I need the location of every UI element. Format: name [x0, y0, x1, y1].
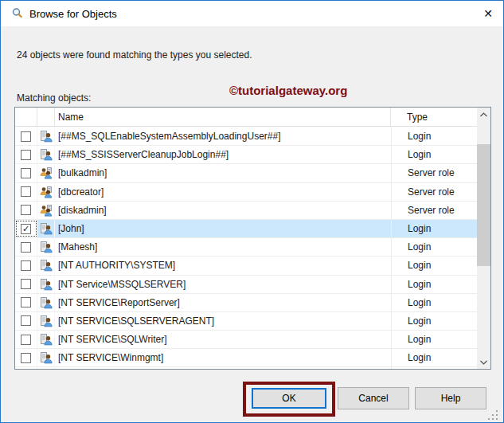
- row-checkbox[interactable]: [21, 186, 31, 197]
- object-type: Server role: [391, 202, 477, 219]
- object-type: Login: [391, 127, 477, 145]
- table-row[interactable]: [NT AUTHORITY\SYSTEM]Login: [15, 257, 477, 275]
- browse-for-objects-dialog: Browse for Objects ✕ 24 objects were fou…: [0, 0, 504, 423]
- row-checkbox[interactable]: [21, 242, 31, 253]
- login-icon: [37, 220, 55, 237]
- object-type: Login: [391, 220, 477, 237]
- row-checkbox-cell: [15, 164, 37, 182]
- row-checkbox-cell: [15, 349, 37, 366]
- object-type: Login: [391, 146, 477, 163]
- login-icon: [37, 276, 55, 293]
- row-checkbox[interactable]: [21, 353, 31, 363]
- server-role-icon: [37, 202, 55, 219]
- vertical-scrollbar[interactable]: [477, 108, 490, 369]
- table-row[interactable]: [dbcreator]Server role: [15, 183, 477, 202]
- object-name: [NT SERVICE\SQLWriter]: [55, 331, 391, 348]
- row-checkbox[interactable]: [21, 335, 31, 345]
- results-message: 24 objects were found matching the types…: [17, 49, 252, 61]
- object-rows: [##MS_SQLEnableSystemAssemblyLoadingUser…: [15, 127, 477, 369]
- object-type: Server role: [391, 164, 477, 182]
- row-checkbox-cell: ✓: [15, 220, 37, 237]
- row-checkbox[interactable]: ✓: [21, 224, 31, 234]
- row-checkbox[interactable]: [21, 168, 31, 178]
- object-type: Server role: [391, 183, 477, 201]
- row-checkbox[interactable]: [21, 279, 31, 289]
- object-type: Login: [391, 294, 477, 311]
- row-checkbox-cell: [15, 331, 37, 348]
- titlebar: Browse for Objects ✕: [1, 1, 503, 26]
- row-checkbox-cell: [15, 276, 37, 293]
- list-header: Name Type: [15, 108, 477, 127]
- row-checkbox[interactable]: [21, 150, 31, 160]
- login-icon: [37, 238, 55, 256]
- row-checkbox-cell: [15, 257, 37, 274]
- scrollbar-thumb[interactable]: [477, 144, 490, 266]
- help-button[interactable]: Help: [415, 387, 486, 409]
- header-name-column[interactable]: Name: [55, 108, 391, 126]
- table-row[interactable]: [diskadmin]Server role: [15, 202, 477, 220]
- row-checkbox[interactable]: [21, 205, 31, 215]
- dialog-title: Browse for Objects: [29, 8, 117, 20]
- row-checkbox-cell: [15, 367, 37, 369]
- object-name: [dbcreator]: [55, 183, 391, 201]
- object-name: [John]: [55, 220, 391, 237]
- browse-magnifier-icon: [11, 7, 24, 20]
- table-row[interactable]: [##MS_SQLEnableSystemAssemblyLoadingUser…: [15, 127, 477, 146]
- watermark-text: ©tutorialgateway.org: [229, 84, 347, 97]
- row-checkbox-cell: [15, 183, 37, 201]
- table-row[interactable]: [NT SERVICE\SQLWriter]Login: [15, 331, 477, 349]
- object-type: [391, 367, 477, 369]
- object-type: Login: [391, 238, 477, 256]
- login-icon: [37, 146, 55, 163]
- header-checkbox-column: [15, 108, 37, 126]
- cancel-button[interactable]: Cancel: [338, 387, 409, 409]
- row-checkbox-cell: [15, 146, 37, 163]
- matching-objects-list: Name Type [##MS_SQLEnableSystemAssemblyL…: [14, 107, 491, 370]
- header-type-column[interactable]: Type: [391, 108, 477, 126]
- login-icon: [37, 257, 55, 274]
- table-row[interactable]: ✓[John]Login: [15, 220, 477, 238]
- login-icon: [37, 312, 55, 330]
- object-type: Login: [391, 331, 477, 348]
- server-role-icon: [37, 164, 55, 182]
- row-checkbox[interactable]: [21, 297, 31, 307]
- close-icon[interactable]: ✕: [479, 6, 497, 22]
- object-name: [NT SERVICE\Winmgmt]: [55, 349, 391, 366]
- ok-button[interactable]: OK: [252, 388, 326, 409]
- object-name: [bulkadmin]: [55, 164, 391, 182]
- row-checkbox-cell: [15, 202, 37, 219]
- table-row[interactable]: [NT Service\MSSQLSERVER]Login: [15, 276, 477, 294]
- object-name: [##MS_SQLEnableSystemAssemblyLoadingUser…: [55, 127, 391, 145]
- scroll-down-icon[interactable]: [477, 355, 490, 369]
- object-name: [Mahesh]: [55, 238, 391, 256]
- row-checkbox-cell: [15, 238, 37, 256]
- login-icon: [37, 367, 55, 369]
- row-checkbox[interactable]: [21, 260, 31, 271]
- object-name: [##MS_SSISServerCleanupJobLogin##]: [55, 146, 391, 163]
- table-row[interactable]: [bulkadmin]Server role: [15, 164, 477, 182]
- resize-grip[interactable]: [488, 409, 499, 421]
- header-icon-column: [37, 108, 55, 126]
- object-type: Login: [391, 349, 477, 366]
- login-icon: [37, 331, 55, 348]
- table-row[interactable]: [NT SERVICE\Winmgmt]Login: [15, 349, 477, 367]
- table-row[interactable]: [NT SERVICE\ReportServer]Login: [15, 294, 477, 312]
- table-row[interactable]: [Mahesh]Login: [15, 238, 477, 257]
- login-icon: [37, 294, 55, 311]
- login-icon: [37, 349, 55, 366]
- matching-objects-label: Matching objects:: [17, 92, 91, 104]
- scroll-up-icon[interactable]: [477, 108, 490, 121]
- row-checkbox-cell: [15, 127, 37, 145]
- table-row[interactable]: [15, 367, 477, 369]
- object-type: Login: [391, 312, 477, 330]
- row-checkbox-cell: [15, 312, 37, 330]
- table-row[interactable]: [##MS_SSISServerCleanupJobLogin##]Login: [15, 146, 477, 164]
- object-name: [NT SERVICE\ReportServer]: [55, 294, 391, 311]
- object-name: [NT Service\MSSQLSERVER]: [55, 276, 391, 293]
- object-type: Login: [391, 276, 477, 293]
- login-icon: [37, 127, 55, 145]
- server-role-icon: [37, 183, 55, 201]
- row-checkbox[interactable]: [21, 315, 31, 326]
- row-checkbox[interactable]: [21, 131, 31, 142]
- table-row[interactable]: [NT SERVICE\SQLSERVERAGENT]Login: [15, 312, 477, 331]
